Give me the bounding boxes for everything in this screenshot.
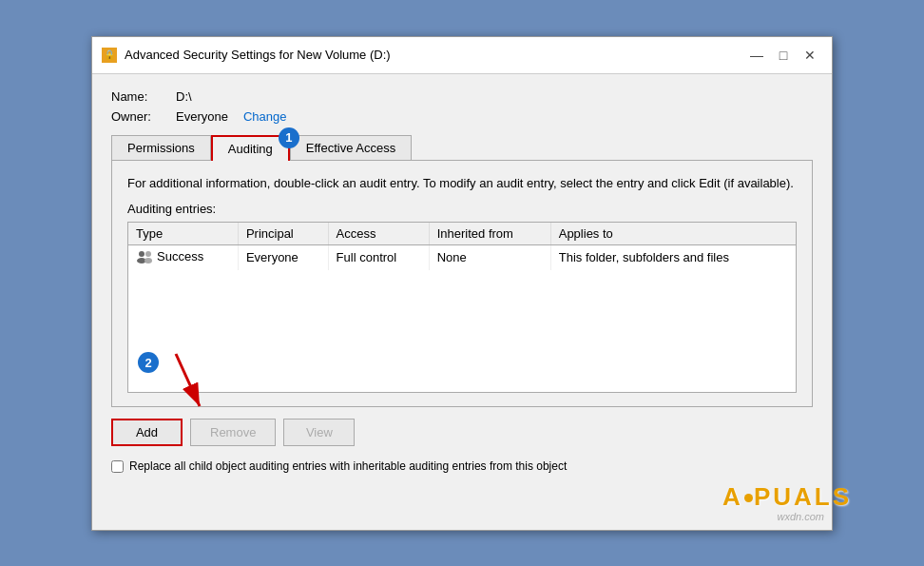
remove-button[interactable]: Remove: [190, 419, 276, 446]
dialog-content: Name: D:\ Owner: Everyone Change Permiss…: [92, 74, 832, 489]
cell-type: Success: [128, 245, 238, 270]
title-bar: 🔒 Advanced Security Settings for New Vol…: [92, 37, 832, 74]
col-access: Access: [328, 223, 429, 245]
cell-applies-to: This folder, subfolders and files: [550, 245, 796, 270]
col-type: Type: [128, 223, 238, 245]
annotation-arrow: [147, 344, 261, 420]
annotation-1: 1: [279, 127, 299, 148]
cell-principal: Everyone: [238, 245, 328, 270]
annotation-2: 2: [138, 352, 159, 373]
svg-point-2: [145, 251, 151, 257]
owner-row: Owner: Everyone Change: [111, 109, 813, 124]
col-applies: Applies to: [550, 223, 796, 245]
action-buttons: Add Remove View: [111, 419, 813, 446]
svg-line-5: [176, 354, 200, 406]
appuals-logo: APUALS: [722, 482, 852, 512]
tab-effective-access[interactable]: Effective Access: [290, 135, 412, 161]
svg-point-0: [139, 251, 144, 257]
entries-label: Auditing entries:: [127, 202, 797, 216]
replace-checkbox[interactable]: [111, 460, 124, 473]
panel-description: For additional information, double-click…: [127, 174, 797, 193]
name-row: Name: D:\: [111, 89, 813, 104]
minimize-button[interactable]: —: [744, 45, 769, 66]
watermark: wxdn.com: [777, 511, 824, 522]
audit-entries-table: Type Principal Access Inherited from App…: [128, 223, 796, 270]
col-inherited: Inherited from: [429, 223, 550, 245]
owner-value: Everyone: [176, 109, 228, 124]
tab-auditing[interactable]: Auditing 1: [211, 135, 290, 161]
owner-label: Owner:: [111, 109, 168, 124]
tab-bar: Permissions Auditing 1 Effective Access: [111, 135, 813, 161]
audit-entries-table-container: Type Principal Access Inherited from App…: [127, 222, 797, 393]
user-icon: [136, 250, 153, 263]
cell-access: Full control: [328, 245, 429, 270]
view-button[interactable]: View: [283, 419, 355, 446]
name-label: Name:: [111, 89, 168, 104]
replace-checkbox-label: Replace all child object auditing entrie…: [129, 459, 567, 473]
window-icon: 🔒: [102, 48, 117, 63]
window-title: Advanced Security Settings for New Volum…: [125, 48, 737, 62]
svg-point-3: [144, 258, 152, 263]
table-row[interactable]: Success EveryoneFull controlNoneThis fol…: [128, 245, 796, 270]
add-button[interactable]: Add: [111, 419, 183, 446]
title-controls: — □ ✕: [744, 45, 822, 66]
main-window: 🔒 Advanced Security Settings for New Vol…: [91, 36, 833, 531]
maximize-button[interactable]: □: [771, 45, 796, 66]
auditing-panel: For additional information, double-click…: [111, 160, 813, 408]
tab-permissions[interactable]: Permissions: [111, 135, 211, 161]
cell-inherited-from: None: [429, 245, 550, 270]
name-value: D:\: [176, 89, 192, 104]
col-principal: Principal: [238, 223, 328, 245]
change-owner-link[interactable]: Change: [243, 109, 287, 124]
close-button[interactable]: ✕: [798, 45, 822, 66]
replace-checkbox-row: Replace all child object auditing entrie…: [111, 459, 813, 473]
